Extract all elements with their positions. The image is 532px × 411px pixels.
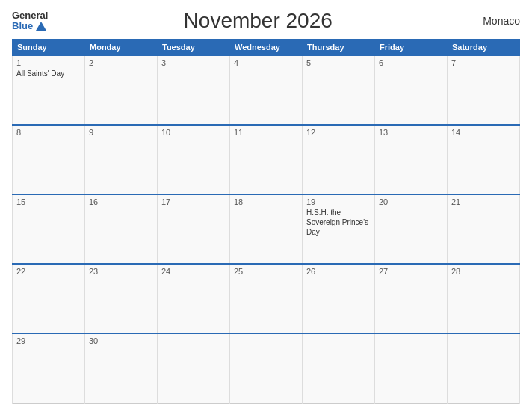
day-number: 3: [161, 58, 226, 67]
col-monday: Monday: [85, 40, 158, 56]
day-number: 21: [451, 197, 516, 206]
day-number: 30: [89, 336, 153, 345]
table-row: 18: [230, 194, 303, 264]
day-number: 27: [379, 267, 443, 276]
day-number: 28: [451, 267, 516, 276]
calendar-row: 891011121314: [13, 125, 520, 194]
header: General Blue November 2026 Monaco: [12, 9, 520, 33]
table-row: 17: [158, 194, 230, 264]
day-number: 5: [306, 58, 371, 67]
day-number: 10: [161, 128, 226, 137]
table-row: 1All Saints' Day: [13, 55, 85, 125]
table-row: [303, 333, 375, 403]
table-row: 9: [85, 125, 158, 194]
day-number: 8: [16, 128, 81, 137]
calendar-title: November 2026: [48, 9, 468, 33]
table-row: 21: [448, 194, 520, 264]
day-number: 16: [89, 197, 153, 206]
day-number: 24: [161, 267, 226, 276]
table-row: 25: [230, 264, 303, 333]
table-row: 12: [303, 125, 375, 194]
day-number: 22: [16, 267, 81, 276]
day-number: 17: [161, 197, 226, 206]
table-row: 8: [13, 125, 85, 194]
table-row: 16: [85, 194, 158, 264]
day-number: 7: [451, 58, 516, 67]
table-row: 23: [85, 264, 158, 333]
logo: General Blue: [12, 10, 48, 32]
col-wednesday: Wednesday: [230, 40, 303, 56]
calendar-row: 22232425262728: [13, 264, 520, 333]
logo-blue-container: Blue: [12, 21, 46, 31]
day-number: 14: [451, 128, 516, 137]
day-number: 11: [234, 128, 298, 137]
table-row: 20: [375, 194, 448, 264]
table-row: [375, 333, 448, 403]
day-number: 25: [234, 267, 298, 276]
table-row: 27: [375, 264, 448, 333]
table-row: 10: [158, 125, 230, 194]
day-number: 6: [379, 58, 443, 67]
table-row: 24: [158, 264, 230, 333]
country-label: Monaco: [468, 15, 520, 27]
day-number: 20: [379, 197, 443, 206]
table-row: [448, 333, 520, 403]
day-number: 1: [16, 58, 81, 67]
table-row: 4: [230, 55, 303, 125]
col-saturday: Saturday: [448, 40, 520, 56]
table-row: [158, 333, 230, 403]
day-number: 26: [306, 267, 371, 276]
holiday-label: All Saints' Day: [16, 69, 64, 78]
table-row: 2: [85, 55, 158, 125]
table-row: 14: [448, 125, 520, 194]
day-number: 23: [89, 267, 153, 276]
table-row: 26: [303, 264, 375, 333]
day-number: 15: [16, 197, 81, 206]
table-row: 30: [85, 333, 158, 403]
table-row: 22: [13, 264, 85, 333]
table-row: 6: [375, 55, 448, 125]
table-row: [230, 333, 303, 403]
day-number: 2: [89, 58, 153, 67]
day-number: 13: [379, 128, 443, 137]
col-tuesday: Tuesday: [158, 40, 230, 56]
calendar-row: 1All Saints' Day234567: [13, 55, 520, 125]
logo-triangle-icon: [36, 22, 46, 31]
table-row: 7: [448, 55, 520, 125]
calendar-row: 2930: [13, 333, 520, 403]
table-row: 13: [375, 125, 448, 194]
table-row: 3: [158, 55, 230, 125]
day-number: 29: [16, 336, 81, 345]
day-number: 19: [306, 197, 371, 206]
calendar-header-row: Sunday Monday Tuesday Wednesday Thursday…: [13, 40, 520, 56]
calendar-row: 1516171819H.S.H. the Sovereign Prince's …: [13, 194, 520, 264]
table-row: 28: [448, 264, 520, 333]
col-friday: Friday: [375, 40, 448, 56]
calendar-table: Sunday Monday Tuesday Wednesday Thursday…: [12, 39, 520, 404]
logo-general-text: General: [12, 10, 48, 21]
table-row: 29: [13, 333, 85, 403]
table-row: 19H.S.H. the Sovereign Prince's Day: [303, 194, 375, 264]
table-row: 5: [303, 55, 375, 125]
day-number: 9: [89, 128, 153, 137]
col-sunday: Sunday: [13, 40, 85, 56]
table-row: 11: [230, 125, 303, 194]
day-number: 18: [234, 197, 298, 206]
calendar-page: General Blue November 2026 Monaco Sunday…: [0, 0, 532, 411]
holiday-label: H.S.H. the Sovereign Prince's Day: [306, 208, 368, 236]
logo-blue-text: Blue: [12, 21, 33, 31]
day-number: 12: [306, 128, 371, 137]
col-thursday: Thursday: [303, 40, 375, 56]
day-number: 4: [234, 58, 298, 67]
table-row: 15: [13, 194, 85, 264]
